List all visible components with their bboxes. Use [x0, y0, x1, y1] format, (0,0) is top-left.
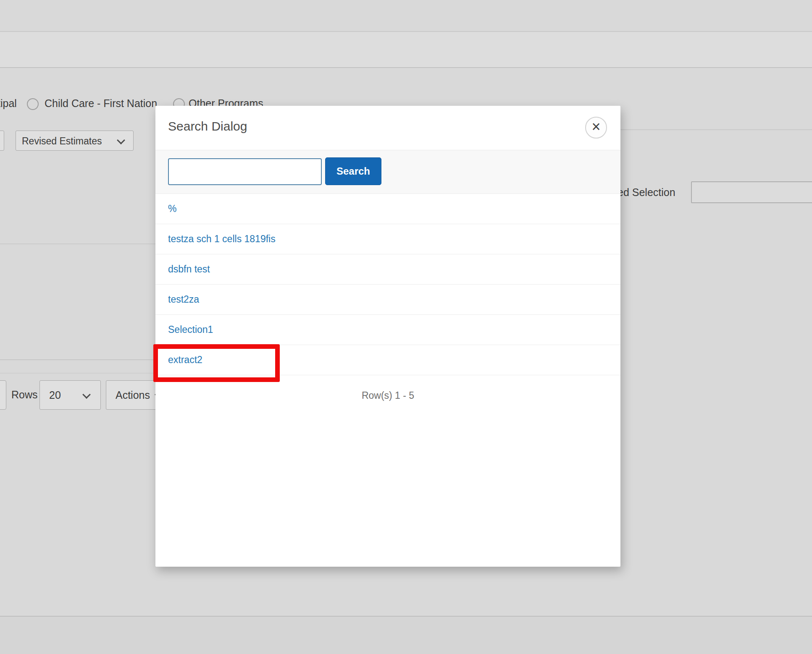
actions-button-label: Actions	[116, 389, 150, 401]
list-item[interactable]: test2za	[155, 285, 620, 315]
edge-clipped-select[interactable]	[0, 131, 4, 151]
search-section: Search	[155, 150, 620, 194]
radio-child-care-first-nation[interactable]	[27, 98, 39, 110]
lov-list: % testza sch 1 cells 1819fis dsbfn test …	[155, 194, 620, 375]
close-icon: ×	[591, 119, 600, 134]
lov-item-highlighted[interactable]: extract2	[168, 354, 202, 366]
top-header-band	[0, 31, 812, 68]
lov-item[interactable]: Selection1	[168, 324, 213, 335]
list-item[interactable]: testza sch 1 cells 1819fis	[155, 224, 620, 254]
rows-label: Rows	[11, 389, 38, 401]
radio-child-care-first-nation-label: Child Care - First Nation	[45, 97, 157, 110]
lov-item-wildcard[interactable]: %	[168, 203, 176, 215]
list-item[interactable]: %	[155, 194, 620, 224]
search-button[interactable]: Search	[325, 157, 381, 185]
radio-label-fragment: tipal	[0, 97, 17, 110]
list-item[interactable]: dsbfn test	[155, 254, 620, 285]
list-item[interactable]: extract2	[155, 345, 620, 375]
footer-band	[0, 616, 812, 654]
lov-item[interactable]: dsbfn test	[168, 264, 210, 275]
estimates-select-value: Revised Estimates	[22, 136, 102, 147]
estimates-select[interactable]: Revised Estimates	[16, 131, 134, 151]
list-item[interactable]: Selection1	[155, 315, 620, 345]
saved-selection-input[interactable]	[691, 181, 812, 203]
chevron-down-icon	[82, 390, 91, 399]
right-region-divider	[588, 129, 812, 130]
pagination-text: Row(s) 1 - 5	[155, 378, 620, 413]
search-dialog: Search Dialog × Search % testza sch 1 ce…	[155, 106, 620, 567]
chevron-down-icon	[117, 136, 125, 144]
dialog-title: Search Dialog	[168, 119, 247, 133]
close-button[interactable]: ×	[585, 117, 607, 139]
selection-label-fragment: ed Selection	[618, 186, 675, 199]
rows-select-value: 20	[49, 389, 61, 401]
lov-item[interactable]: test2za	[168, 294, 199, 305]
search-input[interactable]	[168, 158, 322, 185]
rows-select[interactable]: 20	[39, 380, 101, 410]
edge-clipped-button[interactable]	[0, 380, 6, 410]
lov-item[interactable]: testza sch 1 cells 1819fis	[168, 233, 276, 245]
